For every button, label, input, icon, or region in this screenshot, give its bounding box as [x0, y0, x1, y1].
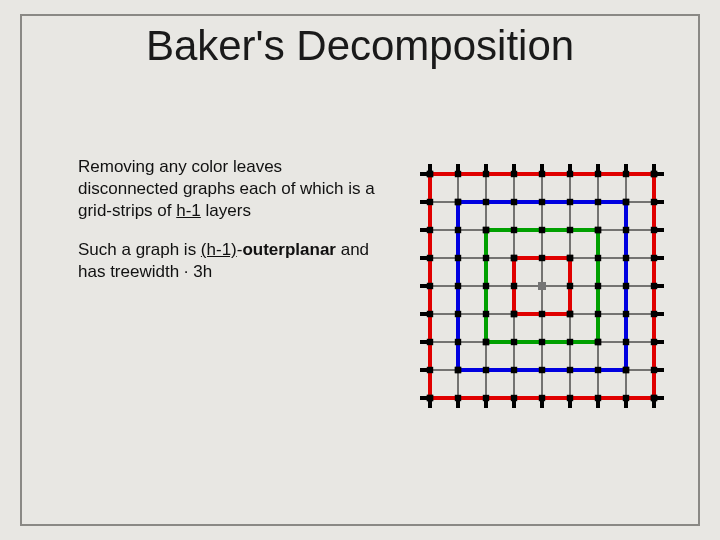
grid-figure [414, 158, 670, 414]
svg-rect-109 [623, 255, 629, 261]
svg-rect-70 [511, 171, 517, 177]
svg-rect-141 [595, 283, 601, 289]
svg-rect-166 [538, 282, 546, 290]
svg-rect-122 [623, 199, 629, 205]
svg-rect-80 [427, 311, 433, 317]
svg-rect-142 [567, 227, 573, 233]
svg-rect-65 [651, 199, 657, 205]
svg-rect-159 [539, 311, 545, 317]
svg-rect-149 [595, 339, 601, 345]
svg-rect-140 [483, 283, 489, 289]
svg-rect-104 [455, 227, 461, 233]
svg-rect-69 [651, 227, 657, 233]
svg-rect-78 [567, 171, 573, 177]
svg-rect-63 [455, 395, 461, 401]
svg-rect-79 [567, 395, 573, 401]
svg-rect-120 [455, 339, 461, 345]
paragraph-2: Such a graph is (h-1)-outerplanar and ha… [78, 239, 378, 283]
svg-rect-145 [595, 311, 601, 317]
svg-rect-103 [483, 367, 489, 373]
svg-rect-100 [455, 199, 461, 205]
p2-seg-b: (h-1) [201, 240, 237, 259]
svg-rect-112 [455, 283, 461, 289]
svg-rect-89 [651, 367, 657, 373]
p2-seg-d: outerplanar [242, 240, 336, 259]
svg-rect-77 [651, 283, 657, 289]
svg-rect-119 [595, 367, 601, 373]
svg-rect-83 [595, 395, 601, 401]
svg-rect-134 [511, 227, 517, 233]
svg-rect-156 [511, 255, 517, 261]
svg-rect-132 [483, 227, 489, 233]
svg-rect-75 [539, 395, 545, 401]
svg-rect-87 [623, 395, 629, 401]
svg-rect-137 [595, 255, 601, 261]
svg-rect-124 [455, 367, 461, 373]
p2-seg-a: Such a graph is [78, 240, 201, 259]
svg-rect-136 [483, 255, 489, 261]
svg-rect-111 [539, 367, 545, 373]
svg-rect-84 [427, 339, 433, 345]
svg-rect-85 [651, 339, 657, 345]
svg-rect-81 [651, 311, 657, 317]
svg-rect-110 [539, 199, 545, 205]
svg-rect-60 [427, 171, 433, 177]
paragraph-1: Removing any color leaves disconnected g… [78, 156, 378, 221]
svg-rect-138 [539, 227, 545, 233]
svg-rect-72 [427, 255, 433, 261]
svg-rect-161 [567, 283, 573, 289]
svg-rect-115 [567, 367, 573, 373]
svg-rect-114 [567, 199, 573, 205]
svg-rect-158 [539, 255, 545, 261]
svg-rect-71 [511, 395, 517, 401]
svg-rect-62 [455, 171, 461, 177]
svg-rect-73 [651, 255, 657, 261]
slide-title: Baker's Decomposition [0, 22, 720, 70]
svg-rect-68 [427, 227, 433, 233]
svg-rect-162 [567, 255, 573, 261]
svg-rect-113 [623, 283, 629, 289]
body-text: Removing any color leaves disconnected g… [78, 156, 378, 301]
svg-rect-146 [595, 227, 601, 233]
svg-rect-135 [511, 339, 517, 345]
svg-rect-105 [623, 227, 629, 233]
svg-rect-144 [483, 311, 489, 317]
svg-rect-139 [539, 339, 545, 345]
svg-rect-64 [427, 199, 433, 205]
svg-rect-165 [567, 311, 573, 317]
svg-rect-74 [539, 171, 545, 177]
svg-rect-76 [427, 283, 433, 289]
svg-rect-102 [483, 199, 489, 205]
svg-rect-107 [511, 367, 517, 373]
svg-rect-116 [455, 311, 461, 317]
svg-rect-160 [511, 283, 517, 289]
svg-rect-118 [595, 199, 601, 205]
svg-rect-125 [623, 367, 629, 373]
svg-rect-117 [623, 311, 629, 317]
svg-rect-67 [483, 395, 489, 401]
svg-rect-164 [511, 311, 517, 317]
svg-rect-82 [595, 171, 601, 177]
p1-seg-c: layers [201, 201, 251, 220]
svg-rect-93 [651, 395, 657, 401]
svg-rect-92 [427, 395, 433, 401]
svg-rect-121 [623, 339, 629, 345]
svg-rect-143 [567, 339, 573, 345]
svg-rect-108 [455, 255, 461, 261]
svg-rect-148 [483, 339, 489, 345]
svg-rect-106 [511, 199, 517, 205]
p1-seg-b: h-1 [176, 201, 201, 220]
svg-rect-86 [623, 171, 629, 177]
svg-rect-88 [427, 367, 433, 373]
svg-rect-66 [483, 171, 489, 177]
svg-rect-90 [651, 171, 657, 177]
